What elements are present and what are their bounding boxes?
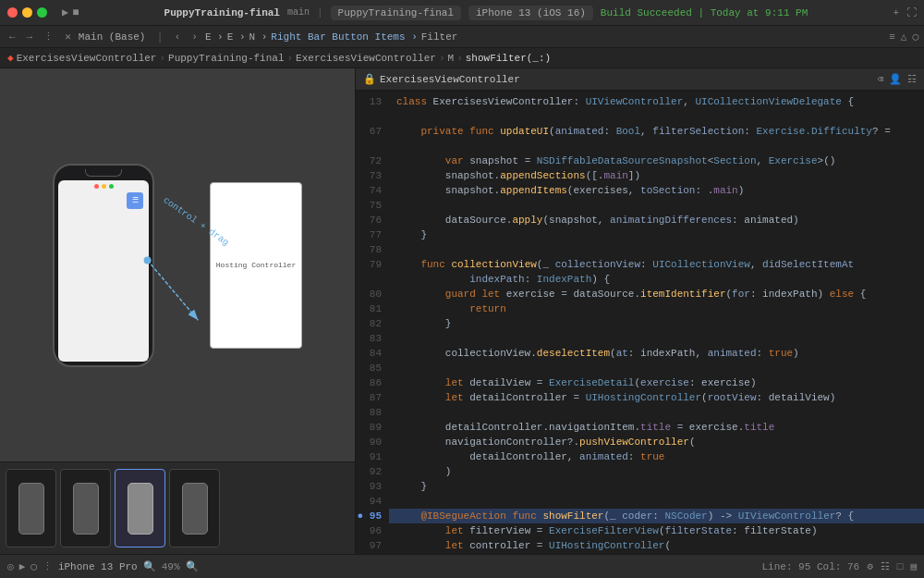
code-line-82: } bbox=[389, 316, 924, 331]
thumb-phone-1 bbox=[18, 483, 44, 535]
breadcrumb-project[interactable]: PuppyTraining-final bbox=[168, 53, 284, 64]
back-nav-button[interactable]: ← bbox=[6, 31, 19, 43]
phone-dots bbox=[94, 184, 114, 189]
filter-button-icon: ☰ bbox=[127, 192, 143, 209]
code-line-90: navigationController?.pushViewController… bbox=[389, 435, 924, 449]
breadcrumb-n: N › bbox=[249, 31, 268, 43]
main-layout: ☰ Hosting Controller control + drag bbox=[0, 68, 924, 554]
authors-icon[interactable]: 👤 bbox=[889, 73, 902, 85]
lock-icon: 🔒 bbox=[363, 73, 376, 85]
interface-builder-panel: ☰ Hosting Controller control + drag bbox=[0, 68, 356, 554]
tab-ib[interactable]: PuppyTraining-final bbox=[331, 6, 461, 20]
ib-tool-btn-2[interactable]: △ bbox=[901, 31, 907, 43]
segue-label[interactable]: Right Bar Button Items › bbox=[271, 31, 417, 43]
code-line-97: let controller = UIHostingController( bbox=[389, 538, 924, 553]
maximize-button[interactable] bbox=[37, 7, 47, 18]
ib-back-button[interactable]: ‹ bbox=[171, 31, 185, 43]
thumb-phone-2 bbox=[73, 483, 99, 535]
code-line-94 bbox=[389, 494, 924, 509]
window-controls bbox=[7, 7, 47, 18]
code-line-75 bbox=[389, 198, 924, 213]
code-line-80: guard let exercise = dataSource.itemIden… bbox=[389, 287, 924, 301]
code-line-89: detailController.navigationItem.title = … bbox=[389, 420, 924, 435]
code-line-72: var snapshot = NSDiffableDataSourceSnaps… bbox=[389, 154, 924, 168]
layout-icon-2[interactable]: □ bbox=[897, 561, 904, 572]
code-editor-panel: 🔒 ExercisesViewController ⌫ 👤 ☷ 13 67 72… bbox=[356, 68, 924, 554]
code-line-88 bbox=[389, 405, 924, 420]
swift-icon: ◆ bbox=[7, 52, 14, 64]
zoom-icon: 🔍 bbox=[186, 560, 199, 572]
hosting-controller-box: Hosting Controller bbox=[210, 182, 302, 349]
window-title-area: PuppyTraining-final main | PuppyTraining… bbox=[86, 6, 885, 20]
ib-forward-button[interactable]: › bbox=[188, 31, 201, 43]
line-col-label: Line: 95 Col: 76 bbox=[762, 561, 860, 572]
thumbnail-1[interactable] bbox=[6, 469, 56, 547]
code-line-78 bbox=[389, 242, 924, 257]
code-line-13: class ExercisesViewController: UIViewCon… bbox=[389, 94, 924, 109]
line-numbers: 13 67 72 73 74 75 76 77 78 79 80 81 82 8… bbox=[356, 91, 389, 554]
layout-icon-1[interactable]: ☷ bbox=[881, 560, 890, 572]
code-line-81: return bbox=[389, 301, 924, 316]
code-line-84: collectionView.deselectItem(at: indexPat… bbox=[389, 346, 924, 361]
breadcrumb-bar: ◆ ExercisesViewController › PuppyTrainin… bbox=[0, 48, 924, 68]
minimap-icon[interactable]: ☷ bbox=[907, 73, 917, 85]
status-icon-1: ◎ bbox=[7, 560, 14, 572]
ib-tool-btn-3[interactable]: ◯ bbox=[912, 31, 918, 43]
close-button[interactable] bbox=[7, 7, 18, 18]
grid-button[interactable]: ⋮ bbox=[40, 31, 57, 43]
breadcrumb-exercises-vc[interactable]: ExercisesViewController bbox=[17, 53, 157, 64]
code-line-79b: indexPath: IndexPath) { bbox=[389, 272, 924, 287]
breadcrumb-exercises: E › bbox=[205, 31, 224, 43]
thumb-phone-3 bbox=[128, 483, 153, 535]
layout-icon-3[interactable]: ▤ bbox=[910, 560, 917, 572]
split-editor-icon[interactable]: ⌫ bbox=[877, 73, 883, 85]
tab-device[interactable]: iPhone 13 (iOS 16) bbox=[468, 6, 593, 20]
status-icon-4: ⋮ bbox=[43, 560, 53, 572]
breadcrumb-m[interactable]: M bbox=[448, 53, 455, 64]
code-editor-topbar: 🔒 ExercisesViewController ⌫ 👤 ☷ bbox=[356, 68, 924, 91]
status-bar: ◎ ▶ ◯ ⋮ iPhone 13 Pro 🔍 49% 🔍 Line: 95 C… bbox=[0, 554, 924, 578]
code-line-blank1 bbox=[389, 109, 924, 124]
code-content-area[interactable]: 13 67 72 73 74 75 76 77 78 79 80 81 82 8… bbox=[356, 91, 924, 554]
code-line-85 bbox=[389, 361, 924, 375]
thumbnail-strip bbox=[0, 461, 355, 554]
ib-canvas[interactable]: ☰ Hosting Controller control + drag bbox=[0, 68, 355, 461]
svg-line-1 bbox=[148, 261, 199, 321]
zoom-label: 49% bbox=[162, 561, 180, 572]
add-tab-button[interactable]: + bbox=[893, 7, 899, 18]
code-line-76: dataSource.apply(snapshot, animatingDiff… bbox=[389, 213, 924, 228]
status-icon-3: ◯ bbox=[30, 560, 37, 572]
code-line-86: let detailView = ExerciseDetail(exercise… bbox=[389, 375, 924, 390]
thumbnail-4[interactable] bbox=[169, 469, 220, 547]
thumbnail-2[interactable] bbox=[60, 469, 111, 547]
code-line-92: ) bbox=[389, 464, 924, 479]
code-line-67: private func updateUI(animated: Bool, fi… bbox=[389, 124, 924, 139]
main-vc-container: ☰ bbox=[53, 164, 154, 367]
ib-toolbar: ← → ⋮ ✕ Main (Base) | ‹ › E › E › N › Ri… bbox=[0, 26, 924, 48]
expand-icon[interactable]: ⛶ bbox=[906, 6, 917, 18]
main-base-label: Main (Base) bbox=[79, 31, 146, 43]
status-icon-2: ▶ bbox=[19, 560, 26, 572]
search-icon[interactable]: 🔍 bbox=[143, 560, 156, 572]
code-line-95: @IBSegueAction func showFilter(_ coder: … bbox=[389, 509, 924, 523]
status-left: ◎ ▶ ◯ ⋮ iPhone 13 Pro 🔍 49% 🔍 bbox=[7, 560, 199, 572]
stop-icon[interactable]: ■ bbox=[72, 6, 79, 19]
thumbnail-3-active[interactable] bbox=[115, 469, 165, 547]
thumb-phone-4 bbox=[182, 483, 208, 535]
code-line-96: let filterView = ExerciseFilterView(filt… bbox=[389, 523, 924, 538]
forward-nav-button[interactable]: → bbox=[23, 31, 37, 43]
dot-yellow bbox=[102, 184, 106, 189]
code-line-79: func collectionView(_ collectionView: UI… bbox=[389, 257, 924, 272]
code-line-87: let detailController = UIHostingControll… bbox=[389, 390, 924, 405]
filter-label: Filter bbox=[421, 31, 458, 43]
minimize-button[interactable] bbox=[22, 7, 32, 18]
close-tab-button[interactable]: ✕ bbox=[61, 31, 75, 43]
breadcrumb-exercises-vc2[interactable]: ExercisesViewController bbox=[296, 53, 436, 64]
play-icon[interactable]: ▶ bbox=[62, 6, 68, 19]
settings-icon[interactable]: ⚙ bbox=[867, 560, 873, 572]
phone-notch bbox=[85, 169, 122, 177]
main-view-controller: ☰ bbox=[53, 164, 154, 367]
build-status-label: Build Succeeded | Today at 9:11 PM bbox=[601, 7, 808, 18]
project-name-label: PuppyTraining-final bbox=[164, 7, 280, 18]
ib-tool-btn-1[interactable]: ≡ bbox=[889, 31, 895, 43]
